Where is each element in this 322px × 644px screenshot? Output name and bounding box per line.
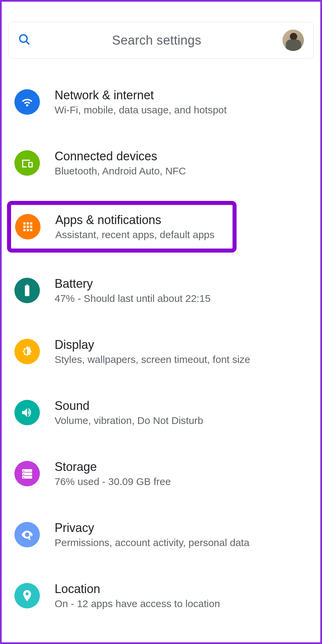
- devices-icon: [14, 150, 40, 176]
- apps-icon: [15, 214, 41, 239]
- item-subtitle: 76% used - 30.09 GB free: [55, 476, 171, 487]
- item-subtitle: Permissions, account activity, personal …: [55, 537, 249, 548]
- item-title: Connected devices: [55, 149, 186, 163]
- volume-icon: [14, 400, 40, 425]
- item-subtitle: Styles, wallpapers, screen timeout, font…: [55, 354, 250, 365]
- item-title: Network & internet: [55, 88, 227, 102]
- item-title: Location: [55, 582, 220, 596]
- wifi-icon: [14, 89, 40, 115]
- item-subtitle: On - 12 apps have access to location: [55, 598, 220, 609]
- svg-line-1: [26, 41, 29, 45]
- item-subtitle: Bluetooth, Android Auto, NFC: [55, 165, 186, 177]
- settings-item-devices[interactable]: Connected devicesBluetooth, Android Auto…: [8, 140, 314, 186]
- settings-item-security[interactable]: SecurityPlay Protect, screen lock, finge…: [8, 634, 314, 644]
- settings-list: Network & internetWi-Fi, mobile, data us…: [8, 79, 314, 644]
- item-title: Display: [55, 338, 250, 352]
- svg-point-0: [20, 35, 27, 42]
- item-subtitle: 47% - Should last until about 22:15: [55, 293, 210, 304]
- brightness-icon: [14, 339, 40, 364]
- item-title: Privacy: [55, 521, 249, 535]
- item-subtitle: Volume, vibration, Do Not Disturb: [55, 415, 203, 426]
- settings-item-privacy[interactable]: PrivacyPermissions, account activity, pe…: [8, 512, 314, 558]
- item-title: Battery: [55, 277, 210, 291]
- storage-icon: [14, 461, 40, 486]
- settings-item-apps[interactable]: Apps & notificationsAssistant, recent ap…: [7, 201, 237, 253]
- item-title: Sound: [55, 399, 203, 413]
- search-bar[interactable]: Search settings: [8, 22, 314, 59]
- search-placeholder: Search settings: [38, 33, 276, 48]
- item-subtitle: Wi-Fi, mobile, data usage, and hotspot: [55, 104, 227, 116]
- location-icon: [14, 583, 40, 608]
- item-title: Storage: [55, 460, 171, 474]
- settings-item-wifi[interactable]: Network & internetWi-Fi, mobile, data us…: [8, 79, 314, 125]
- item-subtitle: Assistant, recent apps, default apps: [55, 229, 214, 240]
- search-icon: [18, 33, 31, 47]
- settings-item-battery[interactable]: Battery47% - Should last until about 22:…: [8, 267, 314, 314]
- privacy-icon: [14, 522, 40, 547]
- battery-icon: [14, 278, 40, 303]
- settings-item-location[interactable]: LocationOn - 12 apps have access to loca…: [8, 573, 314, 619]
- settings-item-storage[interactable]: Storage76% used - 30.09 GB free: [8, 450, 314, 497]
- settings-item-brightness[interactable]: DisplayStyles, wallpapers, screen timeou…: [8, 328, 314, 375]
- settings-item-volume[interactable]: SoundVolume, vibration, Do Not Disturb: [8, 389, 314, 436]
- item-title: Apps & notifications: [55, 213, 214, 227]
- profile-avatar[interactable]: [282, 30, 304, 51]
